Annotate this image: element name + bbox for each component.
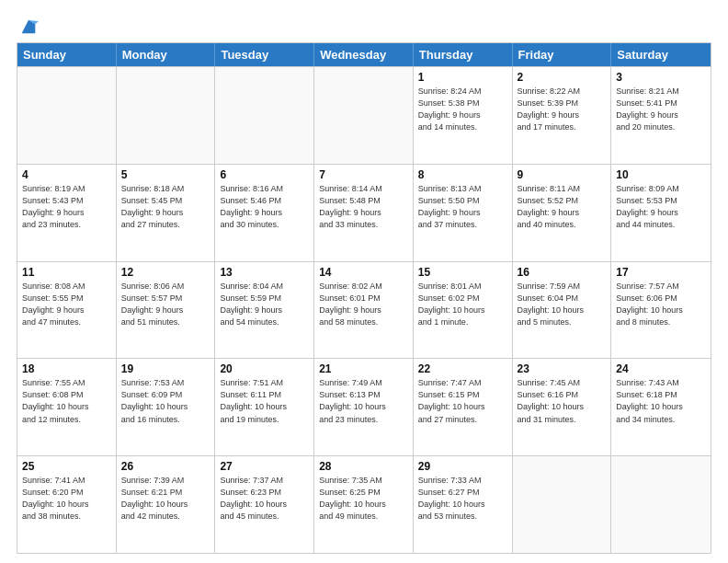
day-number: 6 [220, 168, 309, 181]
cal-header-cell-tuesday: Tuesday [215, 43, 314, 66]
day-info: Sunrise: 8:22 AM Sunset: 5:39 PM Dayligh… [518, 86, 607, 133]
cal-cell: 22Sunrise: 7:47 AM Sunset: 6:15 PM Dayli… [414, 359, 513, 455]
header [17, 17, 711, 33]
day-number: 11 [22, 266, 111, 279]
day-info: Sunrise: 7:59 AM Sunset: 6:04 PM Dayligh… [518, 281, 607, 328]
day-number: 3 [616, 71, 706, 84]
day-number: 10 [616, 168, 706, 181]
day-number: 7 [319, 168, 408, 181]
cal-cell: 4Sunrise: 8:19 AM Sunset: 5:43 PM Daylig… [17, 165, 117, 261]
logo [17, 17, 39, 33]
cal-cell: 24Sunrise: 7:43 AM Sunset: 6:18 PM Dayli… [611, 359, 711, 455]
cal-cell: 19Sunrise: 7:53 AM Sunset: 6:09 PM Dayli… [117, 359, 216, 455]
day-info: Sunrise: 7:49 AM Sunset: 6:13 PM Dayligh… [319, 377, 408, 425]
cal-cell [513, 456, 612, 553]
day-info: Sunrise: 8:24 AM Sunset: 5:38 PM Dayligh… [418, 86, 507, 133]
cal-cell: 15Sunrise: 8:01 AM Sunset: 6:02 PM Dayli… [414, 262, 513, 359]
day-number: 14 [319, 266, 408, 279]
day-number: 8 [418, 168, 507, 181]
day-number: 27 [220, 460, 309, 473]
day-number: 9 [518, 168, 607, 181]
calendar-body: 1Sunrise: 8:24 AM Sunset: 5:38 PM Daylig… [17, 66, 711, 553]
day-number: 25 [22, 460, 111, 473]
day-info: Sunrise: 8:18 AM Sunset: 5:45 PM Dayligh… [121, 183, 210, 231]
day-info: Sunrise: 8:14 AM Sunset: 5:48 PM Dayligh… [319, 183, 408, 231]
page: SundayMondayTuesdayWednesdayThursdayFrid… [0, 0, 728, 563]
cal-cell: 21Sunrise: 7:49 AM Sunset: 6:13 PM Dayli… [314, 359, 414, 455]
day-info: Sunrise: 8:08 AM Sunset: 5:55 PM Dayligh… [22, 281, 111, 328]
day-number: 22 [418, 362, 507, 375]
day-info: Sunrise: 8:04 AM Sunset: 5:59 PM Dayligh… [220, 281, 309, 328]
day-info: Sunrise: 8:21 AM Sunset: 5:41 PM Dayligh… [616, 86, 706, 133]
day-info: Sunrise: 7:51 AM Sunset: 6:11 PM Dayligh… [220, 377, 309, 425]
cal-cell: 6Sunrise: 8:16 AM Sunset: 5:46 PM Daylig… [215, 165, 314, 261]
day-number: 23 [518, 362, 607, 375]
day-info: Sunrise: 7:45 AM Sunset: 6:16 PM Dayligh… [518, 377, 607, 425]
cal-cell: 7Sunrise: 8:14 AM Sunset: 5:48 PM Daylig… [314, 165, 414, 261]
day-info: Sunrise: 8:09 AM Sunset: 5:53 PM Dayligh… [616, 183, 706, 231]
day-info: Sunrise: 7:35 AM Sunset: 6:25 PM Dayligh… [319, 475, 408, 523]
cal-cell: 13Sunrise: 8:04 AM Sunset: 5:59 PM Dayli… [215, 262, 314, 359]
day-number: 26 [121, 460, 210, 473]
day-number: 2 [518, 71, 607, 84]
cal-cell: 11Sunrise: 8:08 AM Sunset: 5:55 PM Dayli… [17, 262, 117, 359]
cal-cell: 18Sunrise: 7:55 AM Sunset: 6:08 PM Dayli… [17, 359, 117, 455]
cal-cell: 25Sunrise: 7:41 AM Sunset: 6:20 PM Dayli… [17, 456, 117, 553]
day-number: 4 [22, 168, 111, 181]
day-number: 21 [319, 362, 408, 375]
day-info: Sunrise: 7:33 AM Sunset: 6:27 PM Dayligh… [418, 475, 507, 523]
day-number: 13 [220, 266, 309, 279]
cal-cell: 14Sunrise: 8:02 AM Sunset: 6:01 PM Dayli… [314, 262, 414, 359]
cal-row-4: 25Sunrise: 7:41 AM Sunset: 6:20 PM Dayli… [17, 455, 711, 553]
day-info: Sunrise: 8:01 AM Sunset: 6:02 PM Dayligh… [418, 281, 507, 328]
cal-cell: 9Sunrise: 8:11 AM Sunset: 5:52 PM Daylig… [513, 165, 612, 261]
day-info: Sunrise: 7:55 AM Sunset: 6:08 PM Dayligh… [22, 377, 111, 425]
day-number: 5 [121, 168, 210, 181]
day-number: 19 [121, 362, 210, 375]
cal-row-1: 4Sunrise: 8:19 AM Sunset: 5:43 PM Daylig… [17, 164, 711, 261]
cal-cell: 3Sunrise: 8:21 AM Sunset: 5:41 PM Daylig… [611, 67, 711, 164]
day-info: Sunrise: 7:37 AM Sunset: 6:23 PM Dayligh… [220, 475, 309, 523]
cal-cell [611, 456, 711, 553]
day-info: Sunrise: 8:06 AM Sunset: 5:57 PM Dayligh… [121, 281, 210, 328]
cal-cell: 20Sunrise: 7:51 AM Sunset: 6:11 PM Dayli… [215, 359, 314, 455]
cal-header-cell-sunday: Sunday [17, 43, 117, 66]
cal-cell: 1Sunrise: 8:24 AM Sunset: 5:38 PM Daylig… [414, 67, 513, 164]
cal-cell: 29Sunrise: 7:33 AM Sunset: 6:27 PM Dayli… [414, 456, 513, 553]
day-number: 12 [121, 266, 210, 279]
cal-cell: 17Sunrise: 7:57 AM Sunset: 6:06 PM Dayli… [611, 262, 711, 359]
cal-cell: 10Sunrise: 8:09 AM Sunset: 5:53 PM Dayli… [611, 165, 711, 261]
day-number: 20 [220, 362, 309, 375]
cal-header-cell-saturday: Saturday [611, 43, 711, 66]
cal-row-0: 1Sunrise: 8:24 AM Sunset: 5:38 PM Daylig… [17, 66, 711, 164]
calendar-header-row: SundayMondayTuesdayWednesdayThursdayFrid… [17, 43, 711, 66]
day-number: 16 [518, 266, 607, 279]
day-number: 1 [418, 71, 507, 84]
day-number: 18 [22, 362, 111, 375]
cal-cell: 16Sunrise: 7:59 AM Sunset: 6:04 PM Dayli… [513, 262, 612, 359]
day-info: Sunrise: 8:02 AM Sunset: 6:01 PM Dayligh… [319, 281, 408, 328]
cal-cell: 5Sunrise: 8:18 AM Sunset: 5:45 PM Daylig… [117, 165, 216, 261]
day-info: Sunrise: 7:47 AM Sunset: 6:15 PM Dayligh… [418, 377, 507, 425]
day-info: Sunrise: 7:39 AM Sunset: 6:21 PM Dayligh… [121, 475, 210, 523]
cal-cell [215, 67, 314, 164]
cal-cell: 8Sunrise: 8:13 AM Sunset: 5:50 PM Daylig… [414, 165, 513, 261]
cal-cell: 28Sunrise: 7:35 AM Sunset: 6:25 PM Dayli… [314, 456, 414, 553]
day-number: 29 [418, 460, 507, 473]
day-info: Sunrise: 8:13 AM Sunset: 5:50 PM Dayligh… [418, 183, 507, 231]
logo-icon [18, 17, 39, 37]
cal-header-cell-thursday: Thursday [414, 43, 513, 66]
day-info: Sunrise: 7:57 AM Sunset: 6:06 PM Dayligh… [616, 281, 706, 328]
day-info: Sunrise: 8:19 AM Sunset: 5:43 PM Dayligh… [22, 183, 111, 231]
cal-row-2: 11Sunrise: 8:08 AM Sunset: 5:55 PM Dayli… [17, 261, 711, 359]
cal-row-3: 18Sunrise: 7:55 AM Sunset: 6:08 PM Dayli… [17, 358, 711, 455]
cal-cell: 23Sunrise: 7:45 AM Sunset: 6:16 PM Dayli… [513, 359, 612, 455]
cal-header-cell-friday: Friday [513, 43, 612, 66]
day-info: Sunrise: 7:41 AM Sunset: 6:20 PM Dayligh… [22, 475, 111, 523]
day-info: Sunrise: 8:11 AM Sunset: 5:52 PM Dayligh… [518, 183, 607, 231]
day-number: 28 [319, 460, 408, 473]
cal-cell: 12Sunrise: 8:06 AM Sunset: 5:57 PM Dayli… [117, 262, 216, 359]
cal-cell: 2Sunrise: 8:22 AM Sunset: 5:39 PM Daylig… [513, 67, 612, 164]
day-info: Sunrise: 7:43 AM Sunset: 6:18 PM Dayligh… [616, 377, 706, 425]
day-info: Sunrise: 8:16 AM Sunset: 5:46 PM Dayligh… [220, 183, 309, 231]
